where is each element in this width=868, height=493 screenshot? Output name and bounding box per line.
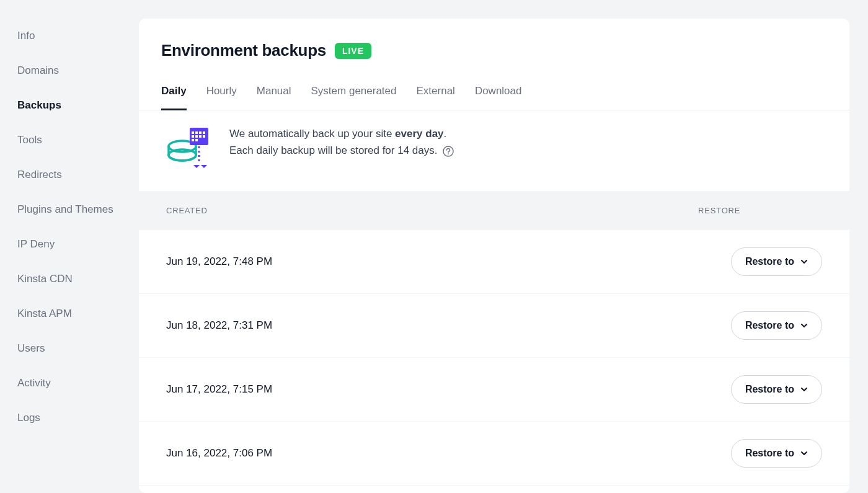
svg-rect-3 — [192, 131, 194, 134]
restore-button[interactable]: Restore to — [731, 311, 822, 340]
svg-rect-7 — [192, 135, 194, 138]
restore-button[interactable]: Restore to — [731, 247, 822, 276]
backup-created-date: Jun 16, 2022, 7:06 PM — [166, 447, 731, 460]
restore-button-label: Restore to — [745, 320, 794, 331]
restore-button-label: Restore to — [745, 384, 794, 395]
tab-external[interactable]: External — [417, 85, 455, 110]
sidebar-item-kinsta-apm[interactable]: Kinsta APM — [17, 296, 139, 331]
sidebar-item-kinsta-cdn[interactable]: Kinsta CDN — [17, 262, 139, 296]
info-line1-suffix: . — [444, 128, 447, 140]
restore-button-label: Restore to — [745, 448, 794, 459]
table-body: Jun 19, 2022, 7:48 PM Restore to Jun 18,… — [139, 230, 849, 486]
chevron-down-icon — [800, 258, 808, 265]
tab-hourly[interactable]: Hourly — [206, 85, 237, 110]
sidebar-item-backups[interactable]: Backups — [17, 88, 139, 123]
backup-calendar-icon — [166, 125, 212, 171]
svg-point-15 — [448, 153, 449, 154]
table-row: Jun 17, 2022, 7:15 PM Restore to — [139, 358, 849, 422]
info-line2: Each daily backup will be stored for 14 … — [229, 144, 437, 156]
sidebar-item-ip-deny[interactable]: IP Deny — [17, 227, 139, 262]
info-line1-bold: every day — [395, 128, 443, 140]
page-title: Environment backups — [161, 41, 326, 60]
sidebar-item-plugins-themes[interactable]: Plugins and Themes — [17, 192, 139, 227]
svg-rect-8 — [195, 135, 198, 138]
svg-rect-11 — [192, 139, 194, 141]
sidebar-item-tools[interactable]: Tools — [17, 123, 139, 158]
sidebar-item-users[interactable]: Users — [17, 331, 139, 366]
restore-button[interactable]: Restore to — [731, 375, 822, 404]
tab-daily[interactable]: Daily — [161, 85, 187, 110]
svg-rect-12 — [195, 139, 198, 141]
restore-button[interactable]: Restore to — [731, 439, 822, 468]
backup-created-date: Jun 19, 2022, 7:48 PM — [166, 255, 731, 268]
sidebar-item-domains[interactable]: Domains — [17, 53, 139, 88]
info-box: We automatically back up your site every… — [139, 110, 849, 191]
tab-manual[interactable]: Manual — [257, 85, 291, 110]
header: Environment backups LIVE — [139, 19, 849, 60]
sidebar-item-redirects[interactable]: Redirects — [17, 158, 139, 192]
table-row: Jun 18, 2022, 7:31 PM Restore to — [139, 294, 849, 358]
table-row: Jun 16, 2022, 7:06 PM Restore to — [139, 422, 849, 486]
sidebar: Info Domains Backups Tools Redirects Plu… — [0, 0, 139, 493]
svg-rect-9 — [199, 135, 202, 138]
backup-created-date: Jun 17, 2022, 7:15 PM — [166, 383, 731, 396]
table-header: CREATED RESTORE — [139, 191, 849, 230]
sidebar-item-activity[interactable]: Activity — [17, 366, 139, 401]
info-line1-prefix: We automatically back up your site — [229, 128, 395, 140]
chevron-down-icon — [800, 450, 808, 457]
chevron-down-icon — [800, 322, 808, 329]
svg-rect-4 — [195, 131, 198, 134]
table-row: Jun 19, 2022, 7:48 PM Restore to — [139, 230, 849, 294]
info-text: We automatically back up your site every… — [229, 125, 454, 159]
svg-rect-10 — [203, 135, 205, 138]
sidebar-item-info[interactable]: Info — [17, 19, 139, 53]
tab-system-generated[interactable]: System generated — [311, 85, 397, 110]
backup-created-date: Jun 18, 2022, 7:31 PM — [166, 319, 731, 332]
help-icon[interactable] — [443, 146, 454, 157]
sidebar-item-logs[interactable]: Logs — [17, 401, 139, 435]
tabs: Daily Hourly Manual System generated Ext… — [139, 85, 849, 110]
main-content: Environment backups LIVE Daily Hourly Ma… — [139, 19, 849, 493]
svg-rect-6 — [203, 131, 205, 134]
svg-rect-5 — [199, 131, 202, 134]
restore-button-label: Restore to — [745, 256, 794, 267]
col-header-restore: RESTORE — [698, 206, 822, 215]
tab-download[interactable]: Download — [475, 85, 522, 110]
chevron-down-icon — [800, 386, 808, 393]
col-header-created: CREATED — [166, 206, 698, 215]
environment-badge: LIVE — [335, 43, 371, 59]
